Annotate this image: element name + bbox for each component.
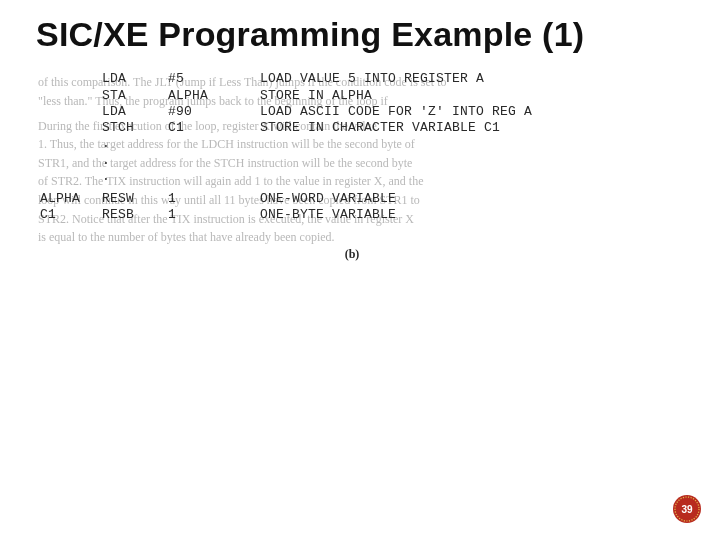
code-comment: ONE-WORD VARIABLE [260,191,532,207]
code-comment: LOAD VALUE 5 INTO REGISTER A [260,71,532,87]
page-number: 39 [672,494,702,524]
code-row: ALPHARESW1ONE-WORD VARIABLE [40,191,532,207]
code-opcode: . [102,169,168,185]
code-operand [168,136,260,152]
code-row: . [40,153,532,169]
code-row: STAALPHASTORE IN ALPHA [40,88,532,104]
code-operand: ALPHA [168,88,260,104]
page-number-badge: 39 [672,494,702,524]
code-row: LDA#90LOAD ASCII CODE FOR 'Z' INTO REG A [40,104,532,120]
code-label [40,104,102,120]
code-row: LDA#5LOAD VALUE 5 INTO REGISTER A [40,71,532,87]
code-opcode: STCH [102,120,168,136]
code-operand: 1 [168,207,260,223]
code-row: . [40,136,532,152]
code-row: . [40,169,532,185]
code-operand [168,153,260,169]
code-opcode: STA [102,88,168,104]
code-opcode: RESB [102,207,168,223]
code-listing: LDA#5LOAD VALUE 5 INTO REGISTER ASTAALPH… [32,67,672,223]
code-comment [260,136,532,152]
code-opcode: LDA [102,104,168,120]
code-label [40,136,102,152]
code-comment: STORE IN ALPHA [260,88,532,104]
ghost-background-text: of this comparison. The JLT (Jump if Les… [32,67,672,246]
code-comment [260,169,532,185]
page-title: SIC/XE Programming Example (1) [36,16,684,53]
code-label: ALPHA [40,191,102,207]
code-comment: ONE-BYTE VARIABLE [260,207,532,223]
code-row: STCHC1STORE IN CHARACTER VARIABLE C1 [40,120,532,136]
code-label [40,169,102,185]
code-opcode: . [102,136,168,152]
code-comment [260,153,532,169]
code-label [40,120,102,136]
code-opcode: LDA [102,71,168,87]
code-table: LDA#5LOAD VALUE 5 INTO REGISTER ASTAALPH… [40,71,532,223]
code-operand: C1 [168,120,260,136]
code-row: C1RESB1ONE-BYTE VARIABLE [40,207,532,223]
figure-block: of this comparison. The JLT (Jump if Les… [32,67,672,267]
code-label: C1 [40,207,102,223]
code-opcode: . [102,153,168,169]
code-label [40,88,102,104]
code-comment: STORE IN CHARACTER VARIABLE C1 [260,120,532,136]
code-operand: #5 [168,71,260,87]
code-operand: #90 [168,104,260,120]
code-label [40,71,102,87]
code-operand: 1 [168,191,260,207]
code-opcode: RESW [102,191,168,207]
figure-label: (b) [32,247,672,262]
slide: SIC/XE Programming Example (1) of this c… [0,0,720,540]
code-label [40,153,102,169]
code-comment: LOAD ASCII CODE FOR 'Z' INTO REG A [260,104,532,120]
code-operand [168,169,260,185]
